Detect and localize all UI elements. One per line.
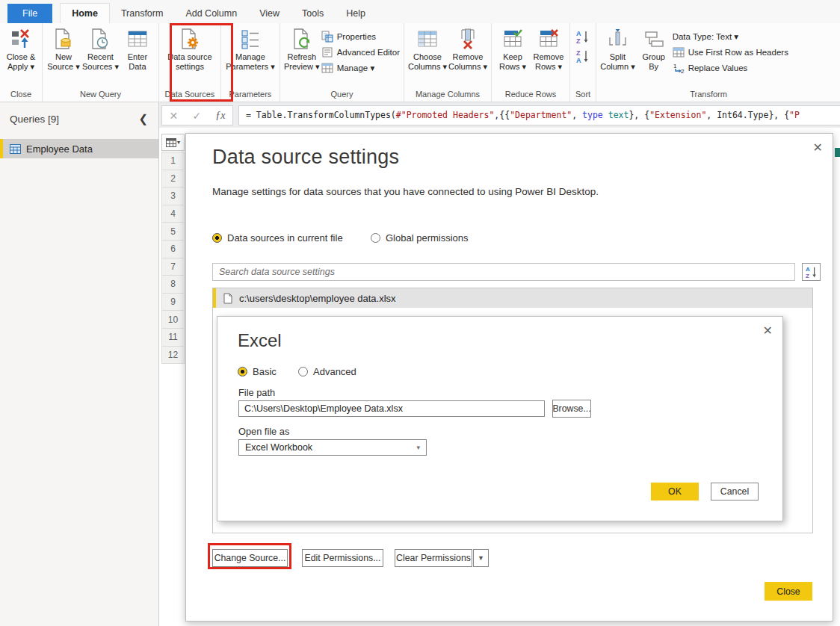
browse-button[interactable]: Browse... [552, 400, 591, 418]
keep-rows-button[interactable]: Keep Rows ▾ [495, 25, 530, 72]
query-item-employee-data[interactable]: Employee Data [0, 139, 158, 158]
row-number[interactable]: 2 [161, 170, 185, 188]
manage-label: Manage ▾ [337, 63, 375, 73]
row-number[interactable]: 12 [161, 346, 185, 365]
formula-segment: #"Promoted Headers" [396, 110, 495, 120]
tab-help[interactable]: Help [335, 4, 377, 23]
formula-input[interactable]: = Table.TransformColumnTypes(#"Promoted … [238, 105, 840, 125]
recent-sources-icon [89, 28, 111, 50]
recent-sources-button[interactable]: Recent Sources ▾ [82, 25, 119, 72]
group-label-manage-columns: Manage Columns [408, 87, 487, 102]
radio-advanced[interactable]: Advanced [298, 366, 356, 377]
data-type-button[interactable]: Data Type: Text ▾ [673, 28, 788, 44]
remove-rows-button[interactable]: Remove Rows ▾ [531, 25, 566, 72]
tab-transform[interactable]: Transform [110, 4, 175, 23]
close-icon[interactable]: ✕ [813, 140, 823, 155]
formula-segment [603, 110, 608, 120]
ok-button[interactable]: OK [651, 483, 699, 501]
chevron-down-icon: ▾ [416, 444, 420, 451]
formula-cancel-icon[interactable]: ✕ [170, 110, 179, 122]
radio-advanced-label: Advanced [313, 366, 356, 377]
select-all-corner-button[interactable]: ▾ [161, 134, 185, 151]
group-label-parameters: Parameters [225, 87, 276, 102]
svg-text:A: A [576, 57, 581, 63]
sort-descending-button[interactable]: ZA [574, 48, 592, 64]
group-label-sort: Sort [574, 87, 592, 102]
use-first-row-button[interactable]: Use First Row as Headers [673, 44, 788, 60]
radio-basic[interactable]: Basic [238, 366, 277, 377]
cancel-button[interactable]: Cancel [711, 483, 759, 501]
search-input[interactable] [212, 263, 795, 281]
row-number[interactable]: 7 [161, 258, 185, 276]
svg-text:Z: Z [576, 49, 581, 57]
choose-columns-button[interactable]: Choose Columns ▾ [408, 25, 447, 72]
clear-permissions-button[interactable]: Clear Permissions [395, 549, 472, 567]
group-by-button[interactable]: Group By [637, 25, 671, 72]
change-source-button[interactable]: Change Source... [212, 549, 288, 567]
manage-icon [321, 62, 333, 74]
data-source-list-item[interactable]: c:\users\desktop\employee data.xlsx [213, 288, 812, 308]
close-and-apply-button[interactable]: Close & Apply ▾ [4, 25, 38, 72]
radio-global-permissions[interactable]: Global permissions [371, 232, 469, 244]
row-number[interactable]: 1 [161, 152, 185, 170]
keep-rows-icon [501, 28, 524, 50]
grid-header-sliver [835, 148, 840, 157]
replace-values-button[interactable]: 12 Replace Values [673, 60, 788, 75]
clear-permissions-dropdown-button[interactable]: ▼ [473, 549, 489, 567]
group-label-data-sources: Data Sources [163, 87, 217, 102]
row-number[interactable]: 11 [161, 328, 185, 347]
close-apply-icon [10, 28, 32, 50]
row-number[interactable]: 6 [161, 240, 185, 258]
close-icon[interactable]: ✕ [763, 323, 773, 338]
svg-text:Z: Z [805, 273, 809, 279]
row-number[interactable]: 5 [161, 222, 185, 241]
group-label-transform: Transform [600, 87, 836, 102]
enter-data-button[interactable]: Enter Data [120, 25, 155, 72]
formula-commit-icon[interactable]: ✓ [192, 110, 201, 122]
excel-dialog-title: Excel [238, 330, 282, 351]
new-source-label: New Source ▾ [47, 52, 79, 72]
refresh-preview-label: Refresh Preview ▾ [284, 52, 320, 72]
manage-parameters-button[interactable]: Manage Parameters ▾ [225, 25, 276, 72]
table-corner-icon [166, 138, 176, 147]
row-number[interactable]: 8 [161, 275, 185, 294]
sort-ascending-button[interactable]: AZ [574, 28, 592, 45]
tab-home[interactable]: Home [60, 3, 110, 23]
formula-segment: , Int64.Type}, { [706, 110, 789, 120]
keep-rows-label: Keep Rows ▾ [499, 52, 526, 72]
ribbon-tab-bar: File Home Transform Add Column View Tool… [0, 0, 840, 23]
data-source-settings-button[interactable]: Data source settings [163, 25, 217, 72]
row-number[interactable]: 3 [161, 187, 185, 205]
radio-current-file[interactable]: Data sources in current file [212, 232, 343, 244]
remove-columns-button[interactable]: Remove Columns ▾ [448, 25, 487, 72]
manage-parameters-label: Manage Parameters ▾ [226, 52, 274, 72]
tab-tools[interactable]: Tools [291, 4, 335, 23]
open-file-as-select[interactable]: Excel Workbook ▾ [238, 439, 427, 456]
tab-view[interactable]: View [248, 4, 291, 23]
fx-icon[interactable]: ƒx [215, 110, 225, 122]
enter-data-label: Enter Data [128, 52, 147, 72]
svg-text:A: A [805, 266, 809, 273]
tab-add-column[interactable]: Add Column [174, 4, 248, 23]
refresh-preview-button[interactable]: Refresh Preview ▾ [284, 25, 320, 72]
advanced-editor-button[interactable]: Advanced Editor [321, 44, 400, 60]
row-number[interactable]: 10 [161, 310, 185, 329]
formula-segment: ,{{ [494, 110, 510, 120]
properties-button[interactable]: Properties [321, 28, 400, 44]
tab-file[interactable]: File [7, 4, 52, 23]
dialog-title: Data source settings [212, 146, 399, 169]
row-number[interactable]: 4 [161, 205, 185, 223]
sort-sources-button[interactable]: AZ [802, 263, 821, 281]
queries-pane-title: Queries [9] [10, 114, 59, 125]
manage-button[interactable]: Manage ▾ [321, 60, 400, 75]
ribbon-group-close: Close & Apply ▾ Close [0, 23, 43, 102]
edit-permissions-button[interactable]: Edit Permissions... [302, 549, 383, 567]
file-path-input[interactable] [238, 400, 545, 417]
queries-pane: Queries [9] ❮ Employee Data [0, 102, 159, 626]
new-source-button[interactable]: New Source ▾ [46, 25, 81, 72]
close-dialog-button[interactable]: Close [765, 582, 812, 601]
row-number[interactable]: 9 [161, 293, 185, 312]
collapse-pane-icon[interactable]: ❮ [138, 112, 148, 125]
split-column-button[interactable]: Split Column ▾ [600, 25, 634, 72]
remove-rows-icon [537, 28, 560, 50]
